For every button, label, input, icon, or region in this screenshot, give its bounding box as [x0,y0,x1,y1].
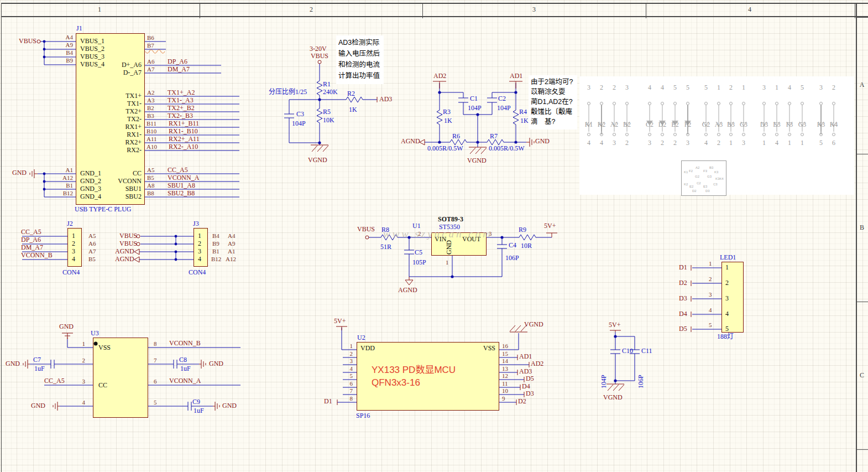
pin-name: 4 [725,310,729,318]
value: 1uF [194,407,204,414]
pin-name: 4 [72,256,75,263]
pin-number: B11 [147,120,156,127]
ghost-top-num: 3 [620,84,634,91]
pin-number: 11 [502,380,508,387]
ghost-pin-label: B3 [724,121,738,128]
value: 1K [349,106,357,113]
ghost-top-num: 5 [796,84,809,91]
designator: R3 [443,108,451,116]
value: 104P [497,105,511,112]
ghost-top-num: 1 [770,84,783,91]
pin-number: B8 [147,190,154,197]
power-port-label: VGND [308,157,327,164]
pin-number: A12 [226,256,236,263]
power-port-label: 5V+ [609,321,620,329]
ghost-box-label: D2 [692,189,697,193]
note-line: 输入电压然后 [338,49,380,59]
note-line: 觳馐比〔觳庵 [531,107,572,117]
note-line: 蔺D1,AD2在? [531,97,573,107]
ghost-bottom-num: 3 [643,139,656,147]
net-label: TX1-_A3 [168,97,194,104]
net-label: AD3 [379,96,392,103]
net-label: D3 [526,390,534,397]
pin-name: RX1+ [94,123,142,131]
value: 0.005R/0.5W [489,145,525,152]
ghost-top-num: 1 [712,84,725,91]
designator: C9 [192,398,200,406]
net-label: VBUS [119,232,137,240]
net-label: VCONN_A [169,377,201,385]
pin-number: A4 [57,34,73,41]
power-port-label: VGND [524,321,543,328]
pin-name: 5 [725,325,729,333]
power-port-label: 5V+ [334,318,346,325]
designator: R5 [323,108,331,116]
net-label: AD2 [531,360,543,367]
ghost-pin-label: K1 [582,121,595,128]
pin-number: 6 [154,378,157,385]
pin-number: 1 [77,340,85,347]
ghost-pin-label: F3 [783,121,796,128]
pin-number: B10 [147,128,156,135]
pin-name: SBU1 [94,185,142,193]
pin-name: VBUS_2 [80,45,104,53]
mcu-title: YX133 PD数显MCU [372,364,456,376]
pin-number: A1 [57,167,73,174]
ghost-box-label: K2 [684,183,688,186]
ghost-bottom-num: 5 [814,139,828,147]
pin-number: A5 [88,232,96,240]
net-label: D5 [679,325,687,333]
pin-name: VCONN [94,178,142,185]
net-label: TX1+_A2 [168,89,195,96]
pin-name: 1 [725,264,729,271]
note-line: 和检测的电流 [338,60,380,70]
part-type: 188灯 [717,333,734,340]
value: 1K [444,117,452,125]
power-port-label: AGND [398,287,417,294]
value: 105P [412,259,426,266]
pin-number: B1 [212,248,219,255]
ghost-pin-label: B2 [620,121,634,128]
ghost-box-label: F2 [689,169,693,173]
pin-number: 3 [77,378,85,385]
pin-number: 14 [502,357,508,365]
net-label: D4 [679,310,687,318]
net-label: GND [12,169,27,177]
pin-number: 7 [154,357,157,364]
pin-name: RX2- [94,147,142,154]
net-label: RX2+_A11 [169,136,200,143]
value: 106P [505,255,519,262]
ghost-top-num: 4 [783,84,796,91]
ghost-bottom-num: 1 [796,139,809,147]
pin-number: 4 [709,307,712,314]
designator: R2 [347,90,355,97]
ghost-bottom-num: 6 [827,139,840,147]
net-label: RX2-_A10 [169,143,198,151]
ghost-bottom-num: 4 [770,139,783,147]
ratio-label: 分压比例1/25 [269,89,307,96]
ghost-box-label: K3K4 [715,177,724,180]
mcu-package: QFN3x3-16 [372,377,420,389]
ghost-pin-label: C2 [643,121,656,128]
ghost-pin-label: E2 [668,121,682,128]
pin-name: 3 [198,248,201,255]
power-port-label: VGND [467,157,487,164]
pin-number: B4 [212,232,219,240]
designator: C2 [498,95,506,102]
pin-name: TX1- [94,100,142,107]
pin-name: VSS [98,344,111,351]
ghost-box-label: D3 [705,189,710,193]
net-label: GND [209,360,223,367]
ghost-pin-label: D2 [656,121,669,128]
ghost-box-label: C2 [697,181,701,185]
net-label: DM_A7 [168,66,190,73]
net-label: CC_A5 [168,167,188,174]
pin-name: VDD [360,345,375,352]
pin-name: VBUS_3 [80,53,104,60]
ghost-top-num: 3 [814,84,828,91]
power-port-label: AD2 [433,72,446,80]
designator: C3 [296,111,304,118]
pin-number: A5 [147,167,154,174]
ghost-bottom-num: 3 [681,139,694,147]
ghost-box-label: G3 [707,175,712,178]
